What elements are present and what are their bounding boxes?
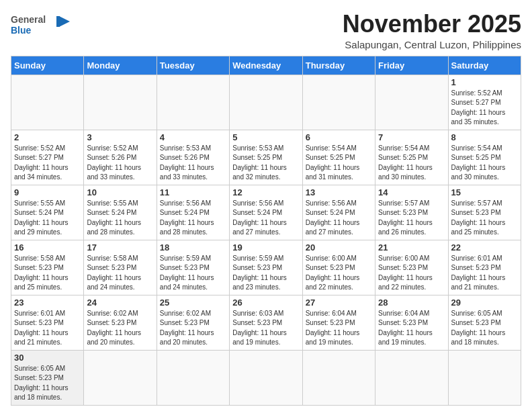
logo-svg: General Blue — [11, 11, 71, 40]
calendar-cell — [375, 350, 448, 405]
calendar-cell — [157, 350, 229, 405]
day-number: 9 — [14, 187, 81, 197]
day-info: Sunrise: 5:57 AM Sunset: 5:23 PM Dayligh… — [451, 199, 518, 238]
day-number: 16 — [14, 242, 81, 253]
title-block: November 2025 Salapungan, Central Luzon,… — [343, 11, 521, 50]
day-number: 7 — [378, 132, 445, 142]
weekday-header-thursday: Thursday — [302, 56, 375, 75]
calendar-cell — [157, 75, 229, 130]
day-info: Sunrise: 6:05 AM Sunset: 5:23 PM Dayligh… — [451, 309, 518, 348]
day-info: Sunrise: 6:03 AM Sunset: 5:23 PM Dayligh… — [232, 309, 299, 348]
day-info: Sunrise: 5:53 AM Sunset: 5:25 PM Dayligh… — [232, 144, 299, 183]
calendar-cell: 25Sunrise: 6:02 AM Sunset: 5:23 PM Dayli… — [157, 295, 229, 350]
calendar-cell: 24Sunrise: 6:02 AM Sunset: 5:23 PM Dayli… — [84, 295, 157, 350]
day-number: 19 — [232, 242, 299, 253]
day-info: Sunrise: 5:56 AM Sunset: 5:24 PM Dayligh… — [306, 199, 372, 238]
calendar-week-2: 2Sunrise: 5:52 AM Sunset: 5:27 PM Daylig… — [11, 130, 521, 185]
day-info: Sunrise: 5:56 AM Sunset: 5:24 PM Dayligh… — [160, 199, 226, 238]
calendar-cell: 6Sunrise: 5:54 AM Sunset: 5:25 PM Daylig… — [302, 130, 375, 185]
day-info: Sunrise: 5:55 AM Sunset: 5:24 PM Dayligh… — [87, 199, 153, 238]
calendar-week-5: 23Sunrise: 6:01 AM Sunset: 5:23 PM Dayli… — [11, 295, 521, 350]
calendar-cell: 3Sunrise: 5:52 AM Sunset: 5:26 PM Daylig… — [84, 130, 157, 185]
day-info: Sunrise: 5:54 AM Sunset: 5:25 PM Dayligh… — [306, 144, 372, 183]
day-info: Sunrise: 6:00 AM Sunset: 5:23 PM Dayligh… — [306, 254, 372, 293]
day-info: Sunrise: 6:02 AM Sunset: 5:23 PM Dayligh… — [87, 309, 153, 348]
day-number: 18 — [160, 242, 226, 253]
day-number: 27 — [306, 298, 372, 308]
calendar-cell: 17Sunrise: 5:58 AM Sunset: 5:23 PM Dayli… — [84, 240, 157, 295]
day-info: Sunrise: 5:52 AM Sunset: 5:27 PM Dayligh… — [451, 89, 518, 128]
logo-icon — [59, 16, 70, 27]
calendar-table: SundayMondayTuesdayWednesdayThursdayFrid… — [11, 56, 521, 406]
calendar-week-6: 30Sunrise: 6:05 AM Sunset: 5:23 PM Dayli… — [11, 350, 521, 405]
day-info: Sunrise: 5:52 AM Sunset: 5:27 PM Dayligh… — [14, 144, 81, 183]
weekday-header-tuesday: Tuesday — [157, 56, 229, 75]
day-info: Sunrise: 5:54 AM Sunset: 5:25 PM Dayligh… — [378, 144, 445, 183]
calendar-cell: 27Sunrise: 6:04 AM Sunset: 5:23 PM Dayli… — [302, 295, 375, 350]
calendar-cell: 13Sunrise: 5:56 AM Sunset: 5:24 PM Dayli… — [302, 185, 375, 240]
calendar-cell: 19Sunrise: 5:59 AM Sunset: 5:23 PM Dayli… — [230, 240, 302, 295]
logo: General Blue — [11, 11, 71, 40]
day-number: 2 — [14, 132, 81, 142]
calendar-cell — [448, 350, 521, 405]
calendar-cell: 12Sunrise: 5:56 AM Sunset: 5:24 PM Dayli… — [230, 185, 302, 240]
weekday-header-friday: Friday — [375, 56, 448, 75]
day-number: 23 — [14, 298, 81, 308]
day-number: 1 — [451, 77, 518, 87]
day-info: Sunrise: 5:52 AM Sunset: 5:26 PM Dayligh… — [87, 144, 153, 183]
day-number: 26 — [232, 298, 299, 308]
day-number: 11 — [160, 187, 226, 197]
calendar-cell: 20Sunrise: 6:00 AM Sunset: 5:23 PM Dayli… — [302, 240, 375, 295]
day-info: Sunrise: 5:55 AM Sunset: 5:24 PM Dayligh… — [14, 199, 81, 238]
calendar-cell: 21Sunrise: 6:00 AM Sunset: 5:23 PM Dayli… — [375, 240, 448, 295]
day-number: 30 — [14, 353, 81, 363]
month-title: November 2025 — [343, 11, 521, 38]
header: General Blue November 2025 Salapungan, C… — [11, 11, 521, 50]
day-info: Sunrise: 6:05 AM Sunset: 5:23 PM Dayligh… — [14, 364, 81, 403]
calendar-cell: 14Sunrise: 5:57 AM Sunset: 5:23 PM Dayli… — [375, 185, 448, 240]
weekday-header-sunday: Sunday — [11, 56, 84, 75]
day-number: 3 — [87, 132, 153, 142]
day-info: Sunrise: 5:53 AM Sunset: 5:26 PM Dayligh… — [160, 144, 226, 183]
day-info: Sunrise: 5:57 AM Sunset: 5:23 PM Dayligh… — [378, 199, 445, 238]
day-info: Sunrise: 5:54 AM Sunset: 5:25 PM Dayligh… — [451, 144, 518, 183]
day-info: Sunrise: 6:01 AM Sunset: 5:23 PM Dayligh… — [451, 254, 518, 293]
calendar-cell: 2Sunrise: 5:52 AM Sunset: 5:27 PM Daylig… — [11, 130, 84, 185]
svg-rect-2 — [56, 16, 60, 27]
day-number: 22 — [451, 242, 518, 253]
calendar-cell: 5Sunrise: 5:53 AM Sunset: 5:25 PM Daylig… — [230, 130, 302, 185]
day-number: 12 — [232, 187, 299, 197]
day-number: 10 — [87, 187, 153, 197]
day-number: 17 — [87, 242, 153, 253]
day-number: 29 — [451, 298, 518, 308]
calendar-cell: 16Sunrise: 5:58 AM Sunset: 5:23 PM Dayli… — [11, 240, 84, 295]
day-number: 15 — [451, 187, 518, 197]
day-number: 13 — [306, 187, 372, 197]
day-number: 28 — [378, 298, 445, 308]
calendar-cell: 8Sunrise: 5:54 AM Sunset: 5:25 PM Daylig… — [448, 130, 521, 185]
calendar-cell: 7Sunrise: 5:54 AM Sunset: 5:25 PM Daylig… — [375, 130, 448, 185]
calendar-cell: 23Sunrise: 6:01 AM Sunset: 5:23 PM Dayli… — [11, 295, 84, 350]
location: Salapungan, Central Luzon, Philippines — [343, 39, 521, 50]
calendar-cell: 10Sunrise: 5:55 AM Sunset: 5:24 PM Dayli… — [84, 185, 157, 240]
calendar-week-3: 9Sunrise: 5:55 AM Sunset: 5:24 PM Daylig… — [11, 185, 521, 240]
day-info: Sunrise: 5:58 AM Sunset: 5:23 PM Dayligh… — [14, 254, 81, 293]
calendar-cell: 15Sunrise: 5:57 AM Sunset: 5:23 PM Dayli… — [448, 185, 521, 240]
day-info: Sunrise: 5:59 AM Sunset: 5:23 PM Dayligh… — [160, 254, 226, 293]
day-info: Sunrise: 6:04 AM Sunset: 5:23 PM Dayligh… — [378, 309, 445, 348]
calendar-cell: 22Sunrise: 6:01 AM Sunset: 5:23 PM Dayli… — [448, 240, 521, 295]
day-number: 4 — [160, 132, 226, 142]
day-number: 21 — [378, 242, 445, 253]
calendar-cell — [84, 350, 157, 405]
day-number: 14 — [378, 187, 445, 197]
calendar-cell — [11, 75, 84, 130]
day-number: 5 — [232, 132, 299, 142]
calendar-cell: 26Sunrise: 6:03 AM Sunset: 5:23 PM Dayli… — [230, 295, 302, 350]
calendar-week-1: 1Sunrise: 5:52 AM Sunset: 5:27 PM Daylig… — [11, 75, 521, 130]
calendar-cell: 1Sunrise: 5:52 AM Sunset: 5:27 PM Daylig… — [448, 75, 521, 130]
day-number: 24 — [87, 298, 153, 308]
weekday-header-saturday: Saturday — [448, 56, 521, 75]
svg-text:General: General — [11, 14, 46, 25]
calendar-cell: 28Sunrise: 6:04 AM Sunset: 5:23 PM Dayli… — [375, 295, 448, 350]
calendar-cell: 18Sunrise: 5:59 AM Sunset: 5:23 PM Dayli… — [157, 240, 229, 295]
